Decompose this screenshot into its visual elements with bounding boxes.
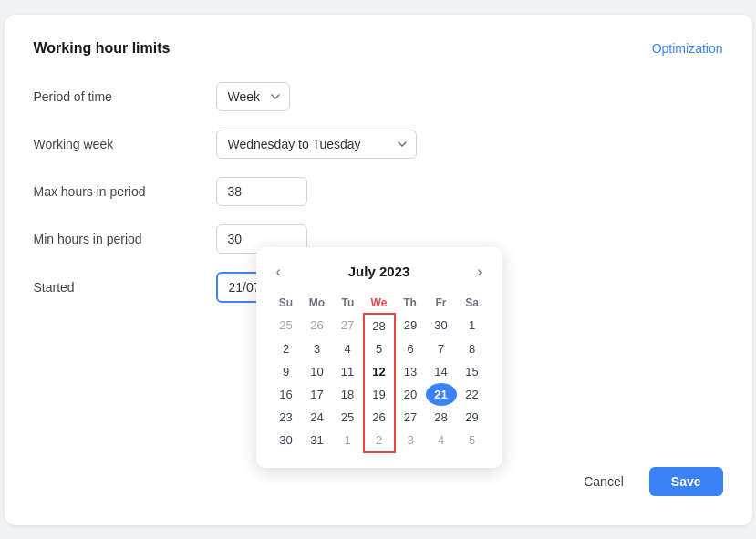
- working-week-select[interactable]: Wednesday to Tuesday Monday to Sunday Su…: [216, 130, 417, 159]
- calendar-day[interactable]: 1: [333, 429, 364, 452]
- calendar-day[interactable]: 12: [364, 360, 395, 383]
- calendar-day[interactable]: 30: [426, 314, 457, 337]
- calendar-day[interactable]: 26: [302, 314, 333, 337]
- calendar-day[interactable]: 31: [302, 429, 333, 452]
- calendar-day[interactable]: 28: [426, 406, 457, 429]
- max-hours-input[interactable]: [216, 177, 307, 206]
- calendar-next-button[interactable]: ›: [471, 262, 487, 282]
- day-header-mo: Mo: [302, 293, 333, 314]
- calendar-day[interactable]: 16: [271, 383, 302, 406]
- action-row: Cancel Save: [569, 467, 722, 496]
- calendar-row: 16171819202122: [271, 383, 488, 406]
- save-button[interactable]: Save: [649, 467, 723, 496]
- calendar-row: 303112345: [271, 429, 488, 452]
- calendar-day[interactable]: 26: [364, 406, 395, 429]
- calendar-day[interactable]: 5: [364, 337, 395, 360]
- calendar-day[interactable]: 27: [333, 314, 364, 337]
- calendar-day[interactable]: 28: [364, 314, 395, 337]
- calendar-header-row: Su Mo Tu We Th Fr Sa: [271, 293, 488, 314]
- calendar-day[interactable]: 23: [271, 406, 302, 429]
- calendar-day[interactable]: 2: [271, 337, 302, 360]
- started-label: Started: [34, 280, 216, 295]
- day-header-fr: Fr: [426, 293, 457, 314]
- calendar-day[interactable]: 8: [457, 337, 488, 360]
- calendar-day[interactable]: 14: [426, 360, 457, 383]
- cancel-button[interactable]: Cancel: [569, 467, 638, 496]
- day-header-su: Su: [271, 293, 302, 314]
- period-label: Period of time: [34, 89, 216, 104]
- max-hours-label: Max hours in period: [34, 184, 216, 199]
- calendar-day[interactable]: 25: [333, 406, 364, 429]
- calendar-day[interactable]: 7: [426, 337, 457, 360]
- calendar-day[interactable]: 29: [457, 406, 488, 429]
- day-header-tu: Tu: [333, 293, 364, 314]
- period-row: Period of time Week Month Day: [34, 82, 723, 111]
- calendar-row: 23242526272829: [271, 406, 488, 429]
- calendar-popup: ‹ July 2023 › Su Mo Tu We Th Fr Sa 25262…: [256, 247, 502, 468]
- calendar-day[interactable]: 11: [333, 360, 364, 383]
- calendar-day[interactable]: 4: [333, 337, 364, 360]
- calendar-grid: Su Mo Tu We Th Fr Sa 2526272829301234567…: [271, 293, 488, 453]
- calendar-header: ‹ July 2023 ›: [271, 262, 488, 282]
- calendar-day[interactable]: 2: [364, 429, 395, 452]
- card-header: Working hour limits Optimization: [34, 40, 723, 57]
- calendar-day[interactable]: 20: [395, 383, 426, 406]
- calendar-day[interactable]: 6: [395, 337, 426, 360]
- calendar-day[interactable]: 21: [426, 383, 457, 406]
- working-week-label: Working week: [34, 137, 216, 151]
- calendar-day[interactable]: 13: [395, 360, 426, 383]
- day-header-we: We: [364, 293, 395, 314]
- calendar-row: 2526272829301: [271, 314, 488, 337]
- min-hours-label: Min hours in period: [34, 232, 216, 246]
- calendar-day[interactable]: 24: [302, 406, 333, 429]
- optimization-button[interactable]: Optimization: [652, 41, 723, 56]
- calendar-prev-button[interactable]: ‹: [271, 262, 286, 282]
- day-header-sa: Sa: [457, 293, 488, 314]
- calendar-day[interactable]: 9: [271, 360, 302, 383]
- calendar-day[interactable]: 27: [395, 406, 426, 429]
- calendar-day[interactable]: 29: [395, 314, 426, 337]
- calendar-day[interactable]: 3: [395, 429, 426, 452]
- working-week-row: Working week Wednesday to Tuesday Monday…: [34, 130, 723, 159]
- calendar-day[interactable]: 17: [302, 383, 333, 406]
- period-select[interactable]: Week Month Day: [216, 82, 290, 111]
- day-header-th: Th: [395, 293, 426, 314]
- calendar-day[interactable]: 1: [457, 314, 488, 337]
- calendar-day[interactable]: 18: [333, 383, 364, 406]
- calendar-month-year: July 2023: [348, 264, 410, 279]
- calendar-day[interactable]: 25: [271, 314, 302, 337]
- calendar-day[interactable]: 30: [271, 429, 302, 452]
- calendar-day[interactable]: 15: [457, 360, 488, 383]
- calendar-day[interactable]: 22: [457, 383, 488, 406]
- calendar-day[interactable]: 4: [426, 429, 457, 452]
- calendar-day[interactable]: 3: [302, 337, 333, 360]
- calendar-day[interactable]: 19: [364, 383, 395, 406]
- calendar-row: 2345678: [271, 337, 488, 360]
- calendar-day[interactable]: 10: [302, 360, 333, 383]
- working-hour-limits-card: Working hour limits Optimization Period …: [5, 15, 752, 525]
- max-hours-row: Max hours in period: [34, 177, 723, 206]
- card-title: Working hour limits: [34, 40, 171, 57]
- calendar-day[interactable]: 5: [457, 429, 488, 452]
- calendar-row: 9101112131415: [271, 360, 488, 383]
